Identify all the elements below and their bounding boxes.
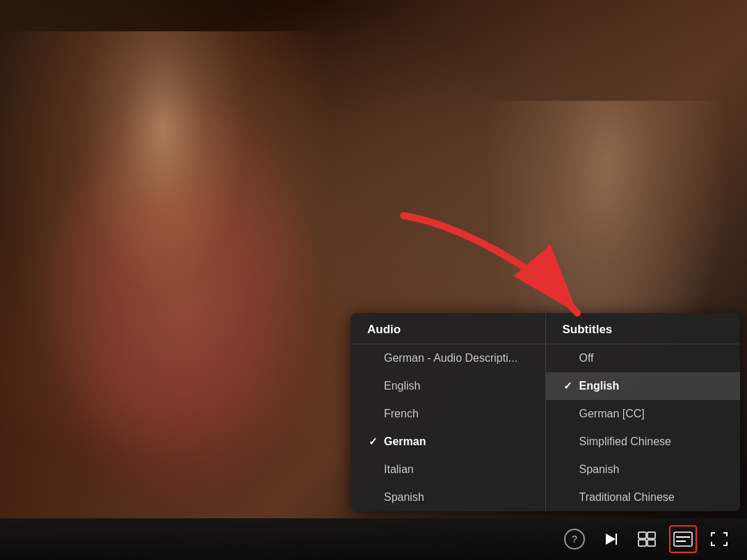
audio-item-english[interactable]: English <box>351 372 545 400</box>
audio-item-german-desc[interactable]: German - Audio Descripti... <box>351 344 545 372</box>
subtitles-item-german-cc[interactable]: German [CC] <box>546 400 741 428</box>
control-bar: ? <box>0 518 747 560</box>
audio-item-spanish[interactable]: Spanish <box>351 483 545 511</box>
svg-rect-5 <box>638 540 646 546</box>
svg-rect-3 <box>638 532 646 538</box>
audio-item-italian[interactable]: Italian <box>351 456 545 483</box>
audio-subtitles-menu: Audio German - Audio Descripti... Englis… <box>351 313 740 511</box>
subtitles-button[interactable] <box>669 525 697 553</box>
audio-item-french[interactable]: French <box>351 400 545 428</box>
subtitles-item-english[interactable]: ✓ English <box>546 372 741 400</box>
audio-item-german[interactable]: ✓ German <box>351 428 545 456</box>
subtitles-item-off[interactable]: Off <box>546 344 741 372</box>
subtitles-item-simplified-chinese[interactable]: Simplified Chinese <box>546 428 741 456</box>
fullscreen-icon <box>710 531 728 547</box>
audio-column: Audio German - Audio Descripti... Englis… <box>351 313 546 511</box>
settings-icon <box>638 531 656 547</box>
svg-rect-6 <box>648 540 655 546</box>
svg-rect-2 <box>616 534 617 545</box>
svg-rect-7 <box>674 532 692 546</box>
settings-button[interactable] <box>633 525 661 553</box>
person-left <box>0 31 362 518</box>
skip-next-button[interactable] <box>597 525 625 553</box>
help-button[interactable]: ? <box>561 525 588 553</box>
subtitles-item-traditional-chinese[interactable]: Traditional Chinese <box>546 483 741 511</box>
subtitles-icon <box>673 531 693 547</box>
subtitles-header: Subtitles <box>546 313 741 344</box>
checkmark-icon: ✓ <box>563 380 574 392</box>
help-icon: ? <box>564 529 585 550</box>
player-container: Audio German - Audio Descripti... Englis… <box>0 0 747 560</box>
fullscreen-button[interactable] <box>705 525 733 553</box>
subtitles-column: Subtitles Off ✓ English German [CC] Simp… <box>546 313 741 511</box>
subtitles-item-spanish[interactable]: Spanish <box>546 456 741 483</box>
svg-rect-4 <box>648 532 655 538</box>
svg-marker-1 <box>606 534 616 545</box>
audio-header: Audio <box>351 313 545 344</box>
skip-next-icon <box>602 531 619 547</box>
checkmark-icon: ✓ <box>367 435 378 448</box>
